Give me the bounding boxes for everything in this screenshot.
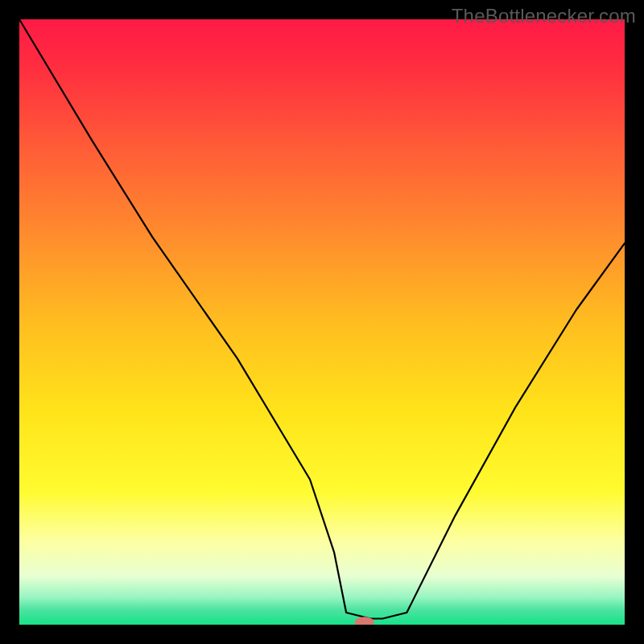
chart-canvas	[0, 0, 644, 644]
plot-background	[19, 19, 625, 625]
bottleneck-chart: TheBottlenecker.com	[0, 0, 644, 644]
attribution-label: TheBottlenecker.com	[452, 5, 636, 27]
